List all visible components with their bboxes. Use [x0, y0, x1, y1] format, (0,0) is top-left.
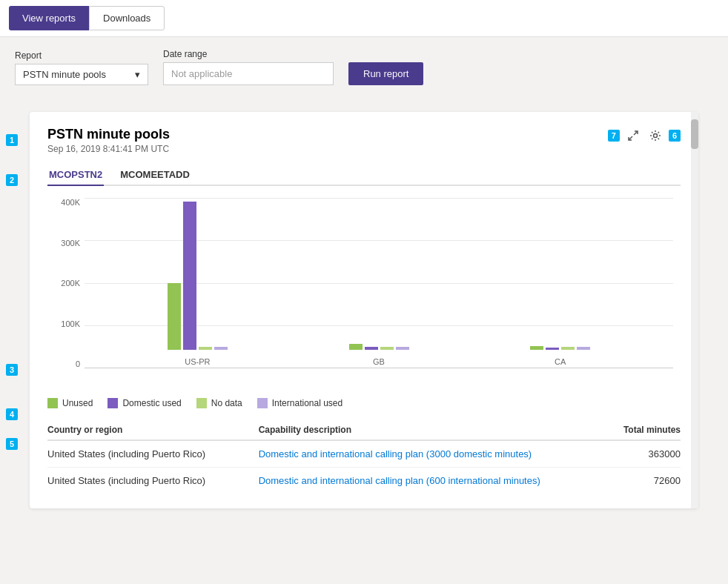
legend-color-international: [257, 398, 268, 408]
expand-icon[interactable]: [624, 127, 642, 145]
chart-plot: US-PR GB CA: [85, 198, 673, 368]
legend-no-data: No data: [196, 398, 242, 408]
date-range-placeholder: Not applicable: [171, 68, 232, 79]
date-range-label: Date range: [163, 49, 334, 59]
legend-label-international: International used: [272, 398, 343, 408]
downloads-button[interactable]: Downloads: [89, 6, 165, 30]
row2-country: United States (including Puerto Rico): [47, 475, 259, 486]
row1-total: 363000: [575, 448, 681, 459]
chart-legend: Unused Domestic used No data Internation…: [47, 398, 681, 408]
y-label-300k: 300K: [61, 239, 80, 248]
row1-capability-link[interactable]: Domestic and international calling plan …: [259, 448, 532, 459]
report-header: PSTN minute pools Sep 16, 2019 8:41:41 P…: [47, 127, 681, 154]
badge-1: 1: [6, 134, 18, 146]
legend-domestic-used: Domestic used: [107, 398, 181, 408]
row1-country: United States (including Puerto Rico): [47, 448, 259, 459]
report-title: PSTN minute pools: [47, 127, 170, 142]
report-select-value: PSTN minute pools: [23, 69, 106, 80]
svg-point-2: [653, 134, 657, 138]
legend-unused: Unused: [47, 398, 93, 408]
badge-5: 5: [6, 438, 18, 450]
report-select[interactable]: PSTN minute pools ▾: [15, 64, 148, 85]
bar-ca-purple: [546, 348, 559, 350]
row2-capability-link[interactable]: Domestic and international calling plan …: [259, 475, 540, 486]
legend-color-unused: [47, 398, 58, 408]
report-label: Report: [15, 50, 148, 61]
legend-label-nodata: No data: [211, 398, 242, 408]
badge-6: 6: [669, 130, 681, 142]
tab-mcomeetadd[interactable]: MCOMEETADD: [119, 165, 191, 186]
col-header-capability: Capability description: [259, 425, 575, 435]
chart-area: 400K 300K 200K 100K 0: [47, 198, 681, 391]
vertical-scrollbar[interactable]: [691, 112, 698, 508]
bar-ca-green: [530, 346, 543, 350]
bar-ca-lavender: [577, 347, 590, 350]
table-header: Country or region Capability description…: [47, 420, 681, 441]
x-labels: US-PR GB CA: [85, 357, 673, 366]
bar-cluster-ca: [469, 346, 651, 350]
data-table: Country or region Capability description…: [47, 420, 681, 494]
scrollbar-thumb[interactable]: [691, 119, 698, 149]
table-row: United States (including Puerto Rico) Do…: [47, 441, 681, 468]
x-label-gb: GB: [288, 357, 470, 366]
report-container: PSTN minute pools Sep 16, 2019 8:41:41 P…: [30, 112, 698, 508]
y-label-200k: 200K: [61, 279, 80, 288]
badge-4: 4: [6, 408, 18, 420]
header-icons: 7 6: [608, 127, 681, 145]
filter-bar: Report PSTN minute pools ▾ Date range No…: [0, 37, 728, 100]
x-label-ca: CA: [469, 357, 651, 366]
x-label-uspr: US-PR: [107, 357, 288, 366]
bar-gb-purple: [365, 347, 378, 350]
col-header-total: Total minutes: [575, 425, 681, 435]
tabs-row: MCOPSTN2 MCOMEETADD: [47, 157, 681, 186]
bar-uspr-green: [168, 283, 181, 350]
bar-gb-lightgreen: [380, 347, 394, 350]
legend-international: International used: [257, 398, 343, 408]
report-filter-group: Report PSTN minute pools ▾: [15, 50, 148, 85]
row2-total: 72600: [575, 475, 681, 486]
bar-uspr-lightgreen: [199, 347, 212, 350]
bar-gb-lavender: [396, 347, 409, 350]
bar-cluster-uspr: [107, 202, 288, 350]
run-report-button[interactable]: Run report: [348, 62, 423, 85]
settings-icon[interactable]: [646, 127, 664, 145]
chevron-down-icon: ▾: [135, 69, 140, 80]
view-reports-button[interactable]: View reports: [9, 6, 89, 30]
bar-uspr-lavender: [214, 347, 228, 350]
date-range-filter-group: Date range Not applicable: [163, 49, 334, 85]
bars-container: [85, 198, 673, 350]
tab-mcopstn2[interactable]: MCOPSTN2: [47, 165, 104, 186]
legend-label-domestic: Domestic used: [122, 398, 181, 408]
report-date: Sep 16, 2019 8:41:41 PM UTC: [47, 144, 170, 154]
y-label-100k: 100K: [61, 319, 80, 328]
top-navigation: View reports Downloads: [0, 0, 728, 37]
y-label-400k: 400K: [61, 198, 80, 207]
row2-capability: Domestic and international calling plan …: [259, 475, 575, 486]
legend-color-domestic: [107, 398, 118, 408]
bar-ca-lightgreen: [561, 347, 575, 350]
legend-color-nodata: [196, 398, 207, 408]
bar-uspr-purple: [183, 202, 196, 350]
table-row: United States (including Puerto Rico) Do…: [47, 468, 681, 494]
y-axis: 400K 300K 200K 100K 0: [47, 198, 85, 368]
y-label-0: 0: [76, 359, 80, 368]
col-header-country: Country or region: [47, 425, 259, 435]
badge-3: 3: [6, 364, 18, 376]
row1-capability: Domestic and international calling plan …: [259, 448, 575, 459]
date-range-input[interactable]: Not applicable: [163, 62, 334, 85]
badge-2: 2: [6, 174, 18, 186]
badge-7: 7: [608, 130, 620, 142]
bar-gb-green: [349, 344, 363, 350]
bar-cluster-gb: [288, 344, 470, 350]
legend-label-unused: Unused: [62, 398, 93, 408]
